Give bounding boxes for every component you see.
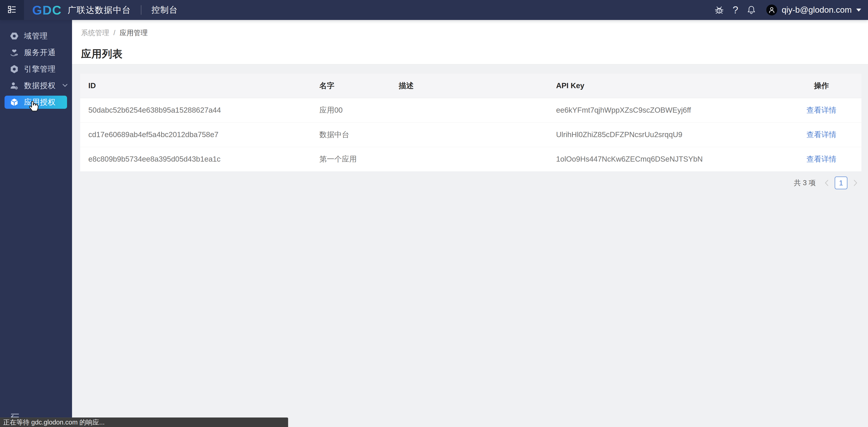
- gdc-logo: GDC: [32, 3, 62, 18]
- cell-api-key: ee6kYFmt7qjhWppXZsC9scZOBWEyj6ff: [556, 98, 781, 122]
- breadcrumb-separator: /: [114, 29, 116, 37]
- sidebar-item-engine-management[interactable]: 引擎管理: [0, 62, 72, 76]
- sidebar-item-label: 引擎管理: [24, 64, 56, 74]
- user-avatar[interactable]: [766, 4, 777, 16]
- page-number-button[interactable]: 1: [835, 176, 847, 189]
- cell-description: [399, 122, 556, 147]
- view-details-link[interactable]: 查看详情: [807, 130, 837, 139]
- console-tab[interactable]: 控制台: [151, 4, 178, 16]
- cell-name: 第一个应用: [319, 147, 399, 171]
- cell-name: 数据中台: [319, 122, 399, 147]
- sidebar-item-label: 数据授权: [24, 81, 56, 91]
- table-row: cd17e60689ab4ef5a4bc2012dba758e7 数据中台 Ul…: [80, 122, 862, 147]
- product-name: 广联达数据中台: [67, 4, 131, 16]
- brand: GDC 广联达数据中台 控制台: [32, 3, 178, 18]
- sidebar-item-app-authorization[interactable]: 应用授权: [4, 96, 67, 109]
- menu-toggle-button[interactable]: [0, 0, 24, 20]
- pagination: 共 3 项 1: [72, 176, 860, 190]
- cube-icon: [10, 98, 19, 107]
- main-content: 系统管理 / 应用管理 应用列表 ID 名字 描述 API Key 操作: [72, 20, 868, 427]
- cell-name: 应用00: [319, 98, 399, 122]
- table-row: e8c809b9b5734ee8a395d05d43b1ea1c 第一个应用 1…: [80, 147, 862, 171]
- sidebar: 域管理 服务开通 引擎管理: [0, 20, 72, 427]
- caret-down-icon[interactable]: [856, 9, 861, 11]
- browser-status-tooltip: 正在等待 gdc.glodon.com 的响应...: [0, 418, 288, 427]
- table-header-row: ID 名字 描述 API Key 操作: [80, 74, 862, 98]
- user-gear-icon: [10, 81, 19, 90]
- cell-id: cd17e60689ab4ef5a4bc2012dba758e7: [80, 122, 319, 147]
- sidebar-item-service-activation[interactable]: 服务开通: [0, 46, 72, 59]
- layout-menu-icon: [8, 6, 16, 14]
- view-details-link[interactable]: 查看详情: [807, 106, 837, 114]
- column-header-name: 名字: [319, 74, 399, 98]
- topbar-actions: ? qiy-b@glodon.com: [714, 4, 868, 16]
- hexagon-nut-icon: [10, 32, 19, 40]
- sidebar-item-data-authorization[interactable]: 数据授权: [0, 79, 72, 92]
- chevron-down-icon[interactable]: [63, 84, 67, 88]
- column-header-api-key: API Key: [556, 74, 781, 98]
- page-title: 应用列表: [81, 47, 868, 61]
- cell-api-key: UlrihHl0ZhiZ85cDFZPNcsrUu2srqqU9: [556, 122, 781, 147]
- next-page-button[interactable]: [851, 176, 860, 189]
- topbar: GDC 广联达数据中台 控制台 ?: [0, 0, 868, 20]
- sidebar-item-domain-management[interactable]: 域管理: [0, 29, 72, 42]
- total-items-label: 共 3 项: [794, 178, 816, 188]
- sidebar-item-label: 服务开通: [24, 47, 56, 58]
- breadcrumb: 系统管理 / 应用管理: [81, 20, 868, 38]
- help-icon[interactable]: ?: [733, 4, 738, 16]
- content-body: ID 名字 描述 API Key 操作 50dabc52b6254e638b95…: [72, 74, 868, 427]
- cell-description: [399, 98, 556, 122]
- brand-divider: [141, 5, 141, 15]
- bell-icon[interactable]: [747, 5, 756, 15]
- heart-hand-icon: [10, 48, 19, 57]
- column-header-action: 操作: [781, 74, 862, 98]
- prev-page-button[interactable]: [822, 176, 831, 189]
- column-header-id: ID: [80, 74, 319, 98]
- cell-id: e8c809b9b5734ee8a395d05d43b1ea1c: [80, 147, 319, 171]
- breadcrumb-parent[interactable]: 系统管理: [81, 29, 109, 37]
- sidebar-item-label: 域管理: [24, 31, 48, 41]
- breadcrumb-current: 应用管理: [120, 29, 148, 37]
- table-row: 50dabc52b6254e638b95a15288627a44 应用00 ee…: [80, 98, 862, 122]
- cell-api-key: 1olOo9Hs447NcKw6ZECmq6DSeNJTSYbN: [556, 147, 781, 171]
- engine-hexagon-icon: [10, 65, 19, 74]
- content-header: 系统管理 / 应用管理 应用列表: [72, 20, 868, 64]
- app-table-card: ID 名字 描述 API Key 操作 50dabc52b6254e638b95…: [80, 74, 862, 171]
- bug-icon[interactable]: [714, 5, 724, 15]
- column-header-description: 描述: [399, 74, 556, 98]
- app-table: ID 名字 描述 API Key 操作 50dabc52b6254e638b95…: [80, 74, 862, 171]
- sidebar-item-label: 应用授权: [24, 97, 56, 108]
- cell-description: [399, 147, 556, 171]
- user-email[interactable]: qiy-b@glodon.com: [782, 5, 852, 15]
- cell-id: 50dabc52b6254e638b95a15288627a44: [80, 98, 319, 122]
- view-details-link[interactable]: 查看详情: [807, 155, 837, 163]
